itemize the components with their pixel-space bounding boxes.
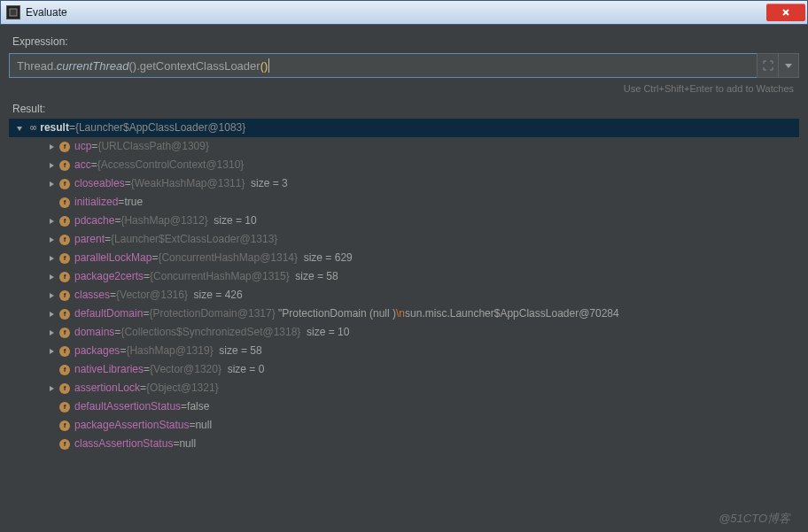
tree-row[interactable]: fpackageAssertionStatus = null [9, 416, 799, 435]
tree-row[interactable]: fdefaultDomain = {ProtectionDomain@1317}… [9, 305, 799, 323]
expand-arrow-icon[interactable] [46, 255, 57, 262]
expand-arrow-icon[interactable] [14, 125, 25, 132]
tree-row[interactable]: fclassAssertionStatus = null [9, 435, 799, 453]
field-icon: f [58, 271, 71, 283]
expand-arrow-icon[interactable] [46, 348, 57, 355]
field-icon: f [58, 345, 71, 358]
field-icon: f [58, 438, 71, 451]
field-icon: f [58, 215, 71, 227]
expand-arrow-icon[interactable] [46, 385, 57, 392]
result-tree[interactable]: ∞result = {Launcher$AppClassLoader@1083}… [9, 119, 799, 453]
tree-row[interactable]: fpdcache = {HashMap@1312} size = 10 [9, 212, 799, 230]
app-icon [6, 5, 20, 19]
hint-text: Use Ctrl+Shift+Enter to add to Watches [9, 83, 794, 94]
field-icon: f [58, 308, 71, 320]
tree-row[interactable]: facc = {AccessControlContext@1310} [9, 156, 799, 174]
svg-rect-0 [10, 9, 17, 16]
tree-row[interactable]: fdefaultAssertionStatus = false [9, 397, 799, 416]
tree-row[interactable]: fparent = {Launcher$ExtClassLoader@1313} [9, 230, 799, 249]
field-icon: f [58, 401, 71, 413]
field-icon: f [58, 159, 71, 172]
field-icon: f [58, 141, 71, 153]
expand-arrow-icon[interactable] [46, 311, 57, 318]
field-icon: f [58, 420, 71, 432]
tree-row[interactable]: fucp = {URLClassPath@1309} [9, 137, 799, 156]
expand-arrow-icon[interactable] [46, 274, 57, 281]
field-icon: f [58, 234, 71, 246]
tree-row[interactable]: fpackages = {HashMap@1319} size = 58 [9, 342, 799, 360]
tree-row[interactable]: finitialized = true [9, 193, 799, 212]
tree-row[interactable]: fassertionLock = {Object@1321} [9, 379, 799, 397]
expression-history-dropdown[interactable] [778, 53, 799, 78]
tree-row[interactable]: fdomains = {Collections$SynchronizedSet@… [9, 323, 799, 342]
tree-row[interactable]: fpackage2certs = {ConcurrentHashMap@1315… [9, 267, 799, 286]
link-icon: ∞ [30, 119, 36, 137]
expand-arrow-icon[interactable] [46, 236, 57, 243]
window-title: Evaluate [26, 6, 766, 19]
expand-arrow-icon[interactable] [46, 162, 57, 169]
tree-row[interactable]: fnativeLibraries = {Vector@1320} size = … [9, 360, 799, 379]
expand-arrow-icon[interactable] [46, 292, 57, 299]
window-titlebar: Evaluate [0, 0, 808, 25]
field-icon: f [58, 197, 71, 209]
expand-arrow-icon[interactable] [46, 218, 57, 225]
result-label: Result: [12, 103, 799, 115]
expand-arrow-icon[interactable] [46, 329, 57, 336]
tree-row[interactable]: ∞result = {Launcher$AppClassLoader@1083} [9, 119, 799, 137]
expression-input[interactable]: Thread.currentThread().getContextClassLo… [9, 53, 757, 78]
field-icon: f [58, 178, 71, 190]
expand-fullscreen-button[interactable] [757, 53, 778, 78]
watermark: @51CTO博客 [719, 511, 790, 527]
field-icon: f [58, 327, 71, 339]
field-icon: f [58, 364, 71, 376]
field-icon: f [58, 382, 71, 395]
tree-row[interactable]: fcloseables = {WeakHashMap@1311} size = … [9, 174, 799, 193]
expand-arrow-icon[interactable] [46, 143, 57, 150]
expand-arrow-icon[interactable] [46, 181, 57, 188]
expression-label: Expression: [12, 35, 799, 48]
window-close-button[interactable] [766, 4, 805, 21]
field-icon: f [58, 289, 71, 302]
tree-row[interactable]: fparallelLockMap = {ConcurrentHashMap@13… [9, 249, 799, 267]
tree-row[interactable]: fclasses = {Vector@1316} size = 426 [9, 286, 799, 305]
field-icon: f [58, 252, 71, 265]
